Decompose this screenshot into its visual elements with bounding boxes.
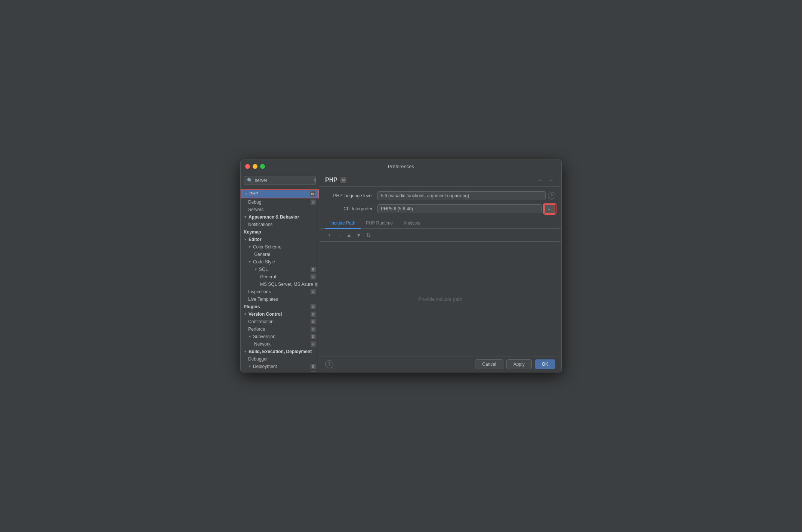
sort-button[interactable]: ⇅ — [364, 231, 373, 239]
sidebar-item-sql-general[interactable]: General ⊞ — [241, 273, 319, 281]
caret-build: ▼ — [244, 350, 247, 353]
appearance-label: Appearance & Behavior — [249, 214, 299, 220]
sidebar-item-perforce[interactable]: Perforce ⊞ — [241, 325, 319, 333]
sidebar-item-version-control[interactable]: ▼ Version Control ⊞ — [241, 310, 319, 318]
tabs-row: Include Path PHP Runtime Analysis — [319, 218, 561, 229]
version-control-label: Version Control — [249, 312, 282, 317]
plugins-label: Plugins — [244, 304, 260, 309]
php-language-select-wrapper: 5.6 (variadic functions, argument unpack… — [377, 191, 555, 200]
close-button[interactable] — [245, 164, 250, 169]
move-down-button[interactable]: ▼ — [354, 231, 363, 239]
sidebar-item-php[interactable]: ▼ PHP ⊞ — [241, 189, 319, 198]
sidebar-item-editor[interactable]: ▼ Editor — [241, 236, 319, 243]
sidebar-item-debug[interactable]: Debug ⊞ — [241, 198, 319, 206]
cli-interpreter-dots-button[interactable]: ··· — [544, 204, 555, 214]
caret-code-style: ▼ — [248, 260, 252, 264]
tab-include-path[interactable]: Include Path — [325, 218, 361, 229]
sidebar-item-debugger[interactable]: Debugger — [241, 355, 319, 363]
back-arrow[interactable]: ← — [536, 177, 545, 183]
ok-button[interactable]: OK — [535, 359, 555, 369]
sidebar-item-sql[interactable]: ▼ SQL ⊞ — [241, 266, 319, 273]
move-up-button[interactable]: ▲ — [345, 231, 354, 239]
build-label: Build, Execution, Deployment — [249, 349, 312, 354]
sidebar-item-confirmation[interactable]: Confirmation ⊞ — [241, 318, 319, 325]
inspections-badge: ⊞ — [311, 289, 316, 294]
cli-interpreter-label: CLI Interpreter: — [325, 206, 374, 211]
sidebar-item-build-exec[interactable]: ▼ Build, Execution, Deployment — [241, 348, 319, 355]
sidebar-item-color-scheme[interactable]: ▼ Color Scheme — [241, 243, 319, 251]
toolbar-row: + − ▲ ▼ ⇅ — [319, 229, 561, 242]
maximize-button[interactable] — [260, 164, 265, 169]
sql-general-label: General — [260, 274, 276, 279]
sidebar-item-code-style[interactable]: ▼ Code Style — [241, 258, 319, 266]
title-icon: ⊞ — [340, 177, 346, 183]
options-label: Options — [254, 371, 269, 372]
php-language-help-button[interactable]: ? — [548, 192, 555, 200]
caret-subversion: ▼ — [248, 335, 252, 338]
title-bar: Preferences — [241, 160, 561, 173]
clear-search-icon[interactable]: ✕ — [313, 178, 317, 183]
code-style-label: Code Style — [253, 259, 275, 265]
remove-button[interactable]: − — [335, 231, 344, 239]
vc-badge: ⊞ — [311, 312, 316, 317]
php-language-label: PHP language level: — [325, 193, 374, 198]
sidebar-item-network[interactable]: Network ⊞ — [241, 340, 319, 348]
color-general-label: General — [254, 252, 270, 257]
subversion-label: Subversion — [253, 334, 275, 339]
cli-interpreter-select[interactable]: PHP5.6 (5.6.40) — [377, 204, 542, 213]
notifications-label: Notifications — [248, 222, 272, 227]
subversion-badge: ⊞ — [311, 334, 316, 339]
keymap-label: Keymap — [244, 229, 261, 235]
php-label: PHP — [249, 191, 259, 197]
sql-badge: ⊞ — [311, 267, 316, 272]
sidebar-item-notifications[interactable]: Notifications — [241, 221, 319, 228]
network-label: Network — [254, 341, 271, 347]
servers-label: Servers — [248, 207, 263, 212]
caret-color-scheme: ▼ — [248, 245, 252, 249]
cancel-button[interactable]: Cancel — [475, 359, 503, 369]
network-badge: ⊞ — [311, 341, 316, 347]
forward-arrow[interactable]: → — [546, 177, 555, 183]
sidebar-item-ms-sql[interactable]: MS SQL Server, MS Azure ⊞ — [241, 281, 319, 288]
search-box[interactable]: 🔍 ✕ — [244, 176, 316, 185]
tab-analysis[interactable]: Analysis — [398, 218, 425, 229]
main-header: PHP ⊞ ← → — [319, 173, 561, 187]
tab-php-runtime[interactable]: PHP Runtime — [361, 218, 398, 229]
sidebar-item-deployment[interactable]: ▼ Deployment ⊞ — [241, 363, 319, 370]
help-button[interactable]: ? — [325, 360, 333, 368]
deployment-badge: ⊞ — [311, 364, 316, 369]
caret-editor: ▼ — [244, 238, 247, 241]
main-panel: PHP ⊞ ← → PHP language level: 5.6 (varia… — [319, 173, 561, 372]
sidebar-item-live-templates[interactable]: Live Templates — [241, 296, 319, 303]
search-input[interactable] — [255, 178, 311, 183]
minimize-button[interactable] — [253, 164, 257, 169]
search-icon: 🔍 — [247, 178, 253, 183]
perforce-badge: ⊞ — [311, 327, 316, 332]
sidebar-item-appearance-behavior[interactable]: ▼ Appearance & Behavior — [241, 213, 319, 221]
include-path-content: Provide include path — [319, 242, 561, 356]
content-area: 🔍 ✕ ▼ PHP ⊞ Debug ⊞ Servers — [241, 173, 561, 372]
caret-appearance: ▼ — [244, 215, 247, 219]
sidebar-item-servers[interactable]: Servers — [241, 206, 319, 213]
php-badge: ⊞ — [310, 191, 315, 197]
sidebar-item-options[interactable]: Options ⊞ — [241, 370, 319, 372]
add-button[interactable]: + — [325, 231, 334, 239]
main-title: PHP — [325, 177, 337, 183]
inspections-label: Inspections — [248, 289, 271, 294]
sql-general-badge: ⊞ — [311, 274, 316, 279]
sidebar-item-inspections[interactable]: Inspections ⊞ — [241, 288, 319, 296]
live-templates-label: Live Templates — [248, 297, 278, 302]
apply-button[interactable]: Apply — [506, 359, 532, 369]
sidebar-item-keymap[interactable]: Keymap — [241, 228, 319, 236]
php-language-select[interactable]: 5.6 (variadic functions, argument unpack… — [377, 191, 546, 200]
fields-section: PHP language level: 5.6 (variadic functi… — [319, 187, 561, 218]
caret-deployment: ▼ — [248, 365, 252, 368]
debug-badge: ⊞ — [311, 200, 316, 205]
cli-interpreter-row: CLI Interpreter: PHP5.6 (5.6.40) ··· — [325, 204, 555, 214]
sidebar-item-color-general[interactable]: General — [241, 251, 319, 258]
window-title: Preferences — [388, 164, 414, 169]
caret-vc: ▼ — [244, 312, 247, 316]
options-badge: ⊞ — [311, 371, 316, 372]
sidebar-item-plugins[interactable]: Plugins ⊞ — [241, 303, 319, 310]
sidebar-item-subversion[interactable]: ▼ Subversion ⊞ — [241, 333, 319, 340]
